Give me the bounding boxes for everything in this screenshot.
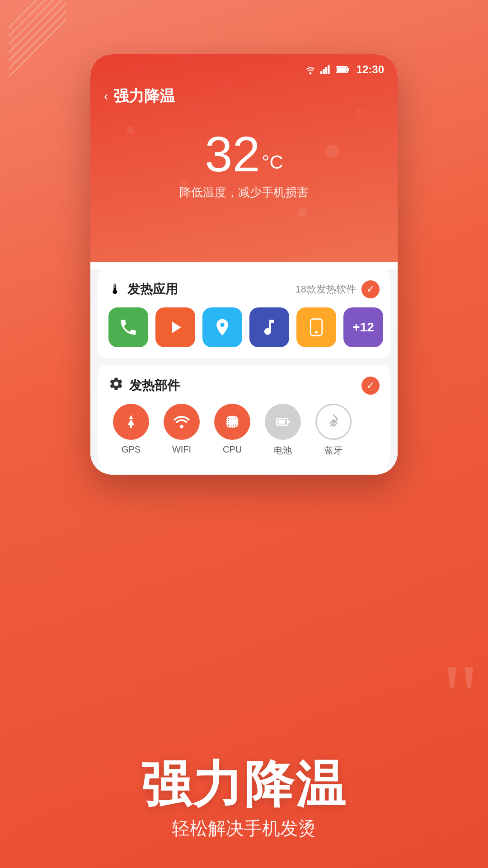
svg-rect-2: [325, 67, 327, 74]
app-icon-phone[interactable]: [108, 307, 148, 347]
quote-decoration: ": [442, 651, 479, 741]
cards-area: 🌡 发热应用 18款发热软件 ✓: [90, 269, 398, 467]
svg-rect-6: [337, 67, 347, 72]
component-gps[interactable]: GPS: [108, 404, 154, 455]
gear-icon: [108, 376, 124, 395]
bubble-3: [325, 145, 339, 158]
temperature-subtitle: 降低温度，减少手机损害: [90, 184, 398, 200]
hot-apps-title: 发热应用: [127, 281, 178, 298]
hot-components-card: 发热部件 ✓ GPS: [98, 365, 390, 467]
more-apps-label: +12: [352, 320, 374, 335]
svg-rect-3: [328, 65, 329, 74]
page-title: 强力降温: [113, 86, 175, 107]
wifi-label: WIFI: [172, 444, 191, 455]
svg-rect-14: [278, 420, 285, 424]
svg-rect-1: [323, 69, 324, 74]
svg-rect-0: [320, 71, 322, 74]
component-wifi[interactable]: WIFI: [159, 404, 204, 455]
bubble-6: [356, 108, 361, 114]
wifi-circle: [164, 404, 200, 440]
bottom-main-title: 强力降温: [27, 757, 461, 811]
app-icon-more[interactable]: +12: [343, 307, 383, 347]
svg-rect-10: [229, 419, 236, 425]
cpu-circle: [214, 404, 250, 440]
temperature-value: 32: [205, 129, 260, 179]
hot-components-check[interactable]: ✓: [361, 377, 380, 395]
decorative-hatch: [9, 23, 54, 86]
bottom-section: 强力降温 轻松解决手机发烫: [0, 757, 488, 841]
signal-icon: [320, 65, 332, 75]
bubble-1: [154, 90, 164, 101]
svg-point-8: [315, 331, 318, 334]
component-battery[interactable]: 电池: [260, 404, 305, 457]
app-icon-phone2[interactable]: [296, 307, 336, 347]
hot-apps-header-left: 🌡 发热应用: [108, 281, 178, 298]
app-icon-music[interactable]: [249, 307, 289, 347]
hot-apps-badge: 18款发热软件: [296, 283, 356, 296]
battery-label: 电池: [274, 444, 292, 457]
bluetooth-label: 蓝牙: [324, 444, 343, 457]
battery-circle: [265, 404, 301, 440]
hot-components-header: 发热部件 ✓: [108, 376, 380, 395]
hot-apps-check[interactable]: ✓: [361, 280, 380, 298]
phone-screen-header: 12:30 ‹ 强力降温 32°C 降低温度，减少手机损害: [90, 54, 398, 262]
status-time: 12:30: [357, 63, 384, 76]
app-header: ‹ 强力降温: [90, 77, 398, 116]
status-icons: 12:30: [304, 63, 384, 76]
phone-mockup: 12:30 ‹ 强力降温 32°C 降低温度，减少手机损害 🌡 发热应用 18款…: [90, 54, 398, 475]
status-bar: 12:30: [90, 54, 398, 77]
battery-icon: [336, 66, 349, 74]
component-icons-row: GPS WIFI: [108, 404, 380, 457]
hot-components-header-left: 发热部件: [108, 376, 180, 395]
bottom-subtitle: 轻松解决手机发烫: [27, 816, 461, 841]
app-icon-map[interactable]: [202, 307, 242, 347]
app-icons-row: +12: [108, 307, 380, 347]
gps-label: GPS: [122, 444, 141, 455]
thermometer-icon: 🌡: [108, 282, 122, 297]
svg-point-9: [180, 425, 183, 429]
hot-apps-header: 🌡 发热应用 18款发热软件 ✓: [108, 280, 380, 298]
hot-components-title: 发热部件: [129, 377, 180, 394]
bubble-4: [181, 181, 187, 187]
wifi-icon: [304, 65, 317, 75]
back-button[interactable]: ‹: [104, 89, 108, 104]
temperature-display: 32°C 降低温度，减少手机损害: [90, 116, 398, 205]
bubble-2: [127, 127, 134, 134]
cpu-label: CPU: [223, 444, 242, 455]
bubble-5: [298, 208, 307, 217]
svg-rect-5: [347, 68, 349, 71]
component-cpu[interactable]: CPU: [210, 404, 255, 455]
component-bluetooth[interactable]: 蓝牙: [311, 404, 356, 457]
bluetooth-circle: [315, 404, 352, 440]
hot-apps-card: 🌡 发热应用 18款发热软件 ✓: [98, 269, 390, 358]
app-icon-video[interactable]: [155, 307, 195, 347]
temperature-unit: °C: [262, 151, 283, 173]
gps-circle: [113, 404, 149, 440]
svg-rect-13: [288, 420, 290, 423]
